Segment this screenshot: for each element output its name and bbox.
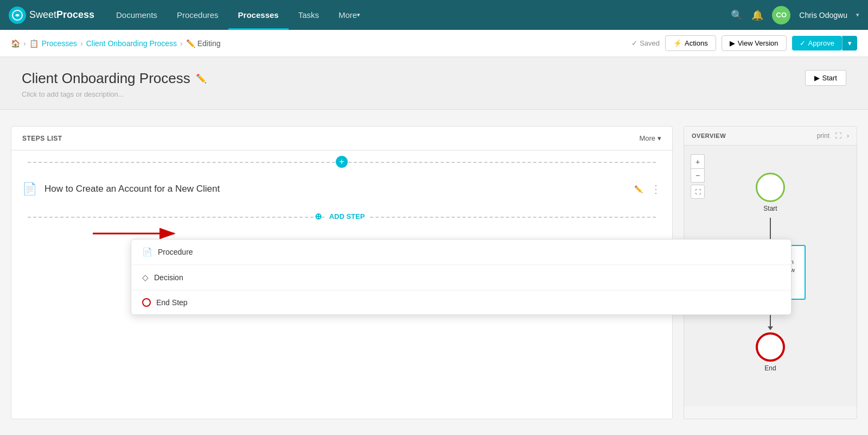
avatar[interactable]: CO (772, 6, 790, 24)
flow-start-node (756, 173, 785, 202)
dropdown-decision[interactable]: ◇ Decision (131, 265, 791, 291)
top-add-line: + (11, 150, 672, 173)
steps-list-title: STEPS LIST (22, 135, 62, 142)
print-label[interactable]: print (817, 132, 829, 140)
approve-group: ✓ Approve ▾ (792, 36, 857, 51)
start-button[interactable]: ▶ Start (805, 70, 846, 86)
breadcrumb-bar: 🏠 › 📋 Processes › Client Onboarding Proc… (0, 30, 868, 57)
dropdown-procedure[interactable]: 📄 Procedure (131, 239, 791, 265)
saved-status: ✓ Saved (631, 39, 660, 47)
expand-icon[interactable]: ⛶ (835, 132, 841, 140)
chevron-down-icon: ▾ (658, 134, 661, 142)
chevron-down-icon: ▾ (357, 11, 360, 18)
pencil-icon: ✏️ (186, 39, 195, 48)
approve-button[interactable]: ✓ Approve (792, 36, 842, 51)
approve-dropdown-button[interactable]: ▾ (842, 36, 857, 51)
topnav: SweetProcess Documents Procedures Proces… (0, 0, 868, 30)
play-icon: ▶ (730, 39, 735, 47)
steps-more-button[interactable]: More ▾ (639, 134, 661, 142)
overview-chevron-icon[interactable]: › (847, 132, 849, 140)
zoom-in-button[interactable]: + (691, 154, 705, 168)
zoom-controls: + − ⛶ (691, 154, 705, 199)
overview-header: OVERVIEW print ⛶ › (684, 127, 857, 146)
breadcrumb-process-name[interactable]: Client Onboarding Process (86, 39, 177, 48)
bolt-icon: ⚡ (673, 39, 682, 47)
add-step-plus-icon: ⊕ (315, 211, 322, 222)
nav-documents[interactable]: Documents (106, 0, 167, 30)
breadcrumb-processes-icon: 📋 (29, 39, 39, 48)
page-description[interactable]: Click to add tags or description... (22, 90, 207, 98)
add-step-dropdown: 📄 Procedure ◇ Decision End Step (131, 239, 792, 315)
flow-start-label: Start (763, 205, 777, 212)
page-title: Client Onboarding Process (22, 70, 190, 87)
decision-icon: ◇ (142, 273, 149, 282)
logo-text: SweetProcess (29, 9, 94, 21)
breadcrumb-home[interactable]: 🏠 (11, 39, 20, 48)
step-edit-icon[interactable]: ✏️ (634, 185, 643, 193)
actions-button[interactable]: ⚡ Actions (665, 35, 716, 51)
add-step-trigger[interactable]: ⊕ ADD STEP (11, 205, 672, 228)
steps-header: STEPS LIST More ▾ (11, 127, 672, 150)
search-icon[interactable]: 🔍 (731, 9, 743, 21)
nav-processes[interactable]: Processes (228, 0, 289, 30)
notification-icon[interactable]: 🔔 (751, 9, 763, 21)
logo: SweetProcess (9, 7, 95, 24)
nav-right: 🔍 🔔 CO Chris Odogwu ▾ (731, 6, 859, 24)
user-chevron-icon: ▾ (856, 11, 859, 18)
nav-tasks[interactable]: Tasks (289, 0, 329, 30)
page-title-row: Client Onboarding Process ✏️ (22, 70, 207, 87)
page-header: Client Onboarding Process ✏️ Click to ad… (0, 57, 868, 110)
steps-panel: STEPS LIST More ▾ + 📄 How to Create an A… (11, 126, 673, 419)
check-icon: ✓ (631, 39, 637, 47)
nav-more[interactable]: More ▾ (329, 0, 370, 30)
step-name[interactable]: How to Create an Account for a New Clien… (44, 184, 627, 194)
start-play-icon: ▶ (814, 74, 820, 82)
procedure-icon: 📄 (142, 247, 152, 257)
flow-end-label: End (764, 364, 776, 372)
user-name: Chris Odogwu (799, 11, 847, 20)
add-step-label: ADD STEP (325, 212, 369, 220)
zoom-fit-button[interactable]: ⛶ (691, 185, 705, 199)
breadcrumb-actions: ✓ Saved ⚡ Actions ▶ View Version ✓ Appro… (631, 35, 857, 51)
logo-icon (9, 7, 26, 24)
overview-controls: print ⛶ › (817, 132, 849, 140)
breadcrumb: 🏠 › 📋 Processes › Client Onboarding Proc… (11, 39, 221, 48)
endstep-icon (142, 298, 151, 307)
breadcrumb-processes[interactable]: Processes (42, 39, 77, 48)
overview-title: OVERVIEW (692, 133, 726, 139)
flow-end-node (756, 332, 785, 362)
nav-procedures[interactable]: Procedures (167, 0, 228, 30)
title-edit-icon[interactable]: ✏️ (196, 73, 207, 84)
flow-arrow-1 (770, 218, 771, 239)
nav-items: Documents Procedures Processes Tasks Mor… (106, 0, 731, 30)
view-version-button[interactable]: ▶ View Version (722, 35, 787, 51)
top-add-circle[interactable]: + (336, 156, 348, 168)
dropdown-endstep[interactable]: End Step (131, 291, 791, 314)
step-item: 📄 How to Create an Account for a New Cli… (11, 173, 672, 205)
approve-check-icon: ✓ (800, 39, 806, 47)
content-area: STEPS LIST More ▾ + 📄 How to Create an A… (0, 110, 868, 435)
step-document-icon: 📄 (22, 182, 37, 196)
step-more-icon[interactable]: ⋮ (650, 182, 661, 196)
zoom-out-button[interactable]: − (691, 168, 705, 182)
breadcrumb-editing: ✏️ Editing (186, 39, 221, 48)
